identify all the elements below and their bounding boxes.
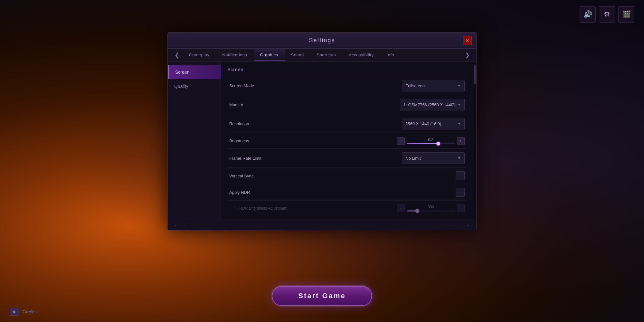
setting-label-screen-mode: Screen Mode bbox=[229, 83, 402, 88]
setting-row-hdr-brightness: ↳ HDR Brightness Adjustment ‹ 300 › bbox=[227, 201, 467, 216]
slider-control-hdr-brightness: ‹ 300 › bbox=[397, 204, 465, 212]
scroll-thumb bbox=[474, 65, 476, 84]
sidebar-item-quality[interactable]: Quality bbox=[168, 79, 221, 93]
dropdown-monitor[interactable]: 1: GSM7766 (2560 X 1440) ▼ bbox=[400, 99, 465, 110]
sidebar: Screen Quality bbox=[168, 62, 221, 220]
settings-modal: Settings ✕ ❮ Gameplay Notifications Grap… bbox=[167, 32, 477, 230]
setting-row-vsync: Vertical Sync bbox=[227, 168, 467, 184]
slider-control-brightness: ‹ 0.5 › bbox=[397, 137, 465, 145]
settings-icon-button[interactable]: ⚙ bbox=[599, 6, 615, 23]
dropdown-resolution[interactable]: 2560 X 1440 (16:9) ▼ bbox=[402, 118, 465, 129]
dropdown-resolution-value: 2560 X 1440 (16:9) bbox=[405, 121, 441, 126]
hdr-brightness-slider-track[interactable] bbox=[407, 210, 455, 212]
tabs-bar: ❮ Gameplay Notifications Graphics Sound … bbox=[168, 49, 476, 62]
brightness-slider-track[interactable] bbox=[407, 143, 455, 144]
dropdown-frame-rate-arrow: ▼ bbox=[457, 156, 461, 160]
setting-row-monitor: Monitor 1: GSM7766 (2560 X 1440) ▼ bbox=[227, 95, 467, 114]
credits-area: ▶ Credits bbox=[10, 308, 37, 316]
tab-info[interactable]: Info bbox=[380, 49, 401, 61]
dropdown-screen-mode-value: Fullscreen bbox=[405, 83, 425, 88]
tab-sound[interactable]: Sound bbox=[285, 49, 310, 61]
setting-label-hdr: Apply HDR bbox=[229, 190, 456, 195]
tab-accessibility[interactable]: Accessibility bbox=[342, 49, 380, 61]
sound-icon-button[interactable]: 🔊 bbox=[580, 6, 596, 23]
top-icons-bar: 🔊 ⚙ 🎬 bbox=[580, 6, 634, 23]
modal-footer: ⬥ ─ ─ ─ ─ ─ ─ ⬥ bbox=[168, 220, 476, 230]
tab-gameplay[interactable]: Gameplay bbox=[183, 49, 216, 61]
footer-deco-left: ⬥ ─ ─ ─ bbox=[174, 223, 190, 227]
credits-label[interactable]: Credits bbox=[23, 309, 37, 314]
tabs-list: Gameplay Notifications Graphics Sound Sh… bbox=[183, 49, 461, 61]
brightness-slider-fill bbox=[407, 143, 438, 144]
close-button[interactable]: ✕ bbox=[463, 36, 472, 45]
dropdown-screen-mode-arrow: ▼ bbox=[457, 83, 461, 88]
setting-label-brightness: Brightness bbox=[229, 138, 397, 143]
tab-shortcuts[interactable]: Shortcuts bbox=[310, 49, 342, 61]
setting-row-brightness: Brightness ‹ 0.5 › bbox=[227, 133, 467, 149]
tab-notifications[interactable]: Notifications bbox=[216, 49, 253, 61]
footer-deco-right: ─ ─ ─ ⬥ bbox=[454, 223, 470, 227]
section-screen-title: Screen bbox=[227, 67, 467, 75]
scroll-track[interactable] bbox=[473, 62, 476, 220]
tab-next-arrow[interactable]: ❯ bbox=[461, 49, 473, 62]
modal-body: Screen Quality Screen Screen Mode Fullsc… bbox=[168, 62, 476, 220]
tab-prev-arrow[interactable]: ❮ bbox=[171, 49, 183, 62]
hdr-brightness-increase-button[interactable]: › bbox=[457, 204, 465, 212]
setting-label-monitor: Monitor bbox=[229, 102, 400, 107]
dropdown-frame-rate-value: No Limit bbox=[405, 156, 421, 161]
settings-content: Screen Screen Mode Fullscreen ▼ Monitor … bbox=[221, 62, 473, 220]
setting-label-hdr-brightness: ↳ HDR Brightness Adjustment bbox=[229, 206, 397, 211]
start-game-area: Start Game bbox=[272, 286, 372, 306]
setting-row-screen-mode: Screen Mode Fullscreen ▼ bbox=[227, 76, 467, 95]
hdr-brightness-slider-wrapper: 300 bbox=[407, 205, 455, 212]
setting-label-frame-rate: Frame Rate Limit bbox=[229, 156, 402, 161]
checkbox-hdr[interactable] bbox=[456, 188, 465, 197]
dropdown-monitor-arrow: ▼ bbox=[457, 102, 461, 107]
credits-icon: ▶ bbox=[10, 308, 19, 316]
dropdown-screen-mode[interactable]: Fullscreen ▼ bbox=[402, 80, 465, 91]
hdr-brightness-value: 300 bbox=[407, 205, 455, 209]
brightness-increase-button[interactable]: › bbox=[457, 137, 465, 145]
checkbox-vsync[interactable] bbox=[456, 171, 465, 180]
tab-graphics[interactable]: Graphics bbox=[254, 49, 285, 61]
dropdown-frame-rate[interactable]: No Limit ▼ bbox=[402, 152, 465, 164]
modal-title: Settings bbox=[309, 37, 335, 44]
setting-row-resolution: Resolution 2560 X 1440 (16:9) ▼ bbox=[227, 114, 467, 133]
brightness-slider-thumb bbox=[436, 142, 440, 146]
brightness-decrease-button[interactable]: ‹ bbox=[397, 137, 405, 145]
hdr-brightness-slider-thumb bbox=[415, 209, 419, 213]
dropdown-resolution-arrow: ▼ bbox=[457, 121, 461, 126]
sidebar-item-screen[interactable]: Screen bbox=[168, 65, 221, 79]
brightness-slider-wrapper: 0.5 bbox=[407, 137, 455, 144]
setting-row-res-scale: Resolution Scale ‹ 100% › bbox=[227, 216, 467, 220]
hdr-brightness-decrease-button[interactable]: ‹ bbox=[397, 204, 405, 212]
setting-row-frame-rate: Frame Rate Limit No Limit ▼ bbox=[227, 149, 467, 168]
setting-row-hdr: Apply HDR bbox=[227, 184, 467, 201]
brightness-value: 0.5 bbox=[407, 137, 455, 142]
setting-label-vsync: Vertical Sync bbox=[229, 174, 456, 178]
screenshot-icon-button[interactable]: 🎬 bbox=[618, 6, 634, 23]
start-game-button[interactable]: Start Game bbox=[272, 286, 372, 306]
setting-label-resolution: Resolution bbox=[229, 121, 402, 126]
modal-titlebar: Settings ✕ bbox=[168, 33, 476, 49]
dropdown-monitor-value: 1: GSM7766 (2560 X 1440) bbox=[403, 102, 455, 107]
